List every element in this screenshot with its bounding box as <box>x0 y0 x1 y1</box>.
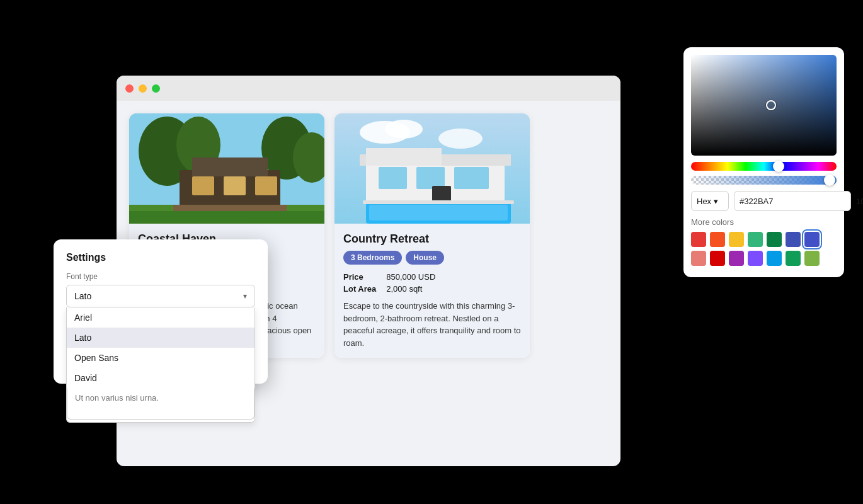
swatch-yellow[interactable] <box>729 232 744 247</box>
card-tags-country: 3 Bedrooms House <box>343 251 521 265</box>
svg-rect-11 <box>129 211 324 224</box>
traffic-light-green[interactable] <box>152 84 160 93</box>
alpha-slider[interactable] <box>691 176 837 185</box>
property-card-country: Country Retreat 3 Bedrooms House Price 8… <box>334 113 530 358</box>
color-picker-panel: Hex ▾ 100% More colors <box>683 47 844 277</box>
browser-titlebar <box>117 76 620 101</box>
settings-panel: Settings Font type Lato ▾ Ariel Lato Ope… <box>54 239 268 384</box>
font-type-label: Font type <box>66 272 255 281</box>
card-details-country: Price 850,000 USD Lot Area 2,000 sqft <box>343 272 521 294</box>
swatch-cyan[interactable] <box>767 251 782 266</box>
swatch-dark-green[interactable] <box>767 232 782 247</box>
svg-rect-7 <box>192 176 214 195</box>
card-image-coastal <box>129 113 324 224</box>
font-select-display[interactable]: Lato ▾ <box>66 285 255 307</box>
svg-rect-26 <box>363 200 514 204</box>
lot-value-country: 2,000 sqft <box>386 284 521 294</box>
color-gradient-bg <box>691 55 837 156</box>
tag-bedrooms-country: 3 Bedrooms <box>343 251 402 265</box>
font-dropdown[interactable]: Ariel Lato Open Sans David <box>66 307 255 423</box>
chevron-down-icon: ▾ <box>243 292 247 301</box>
alpha-thumb <box>824 175 835 186</box>
swatch-violet[interactable] <box>748 251 763 266</box>
hex-format-value: Hex <box>697 197 711 206</box>
svg-rect-8 <box>224 176 246 195</box>
card-image-country <box>334 113 530 224</box>
swatch-blue[interactable] <box>786 232 801 247</box>
swatch-orange[interactable] <box>710 232 725 247</box>
svg-point-15 <box>385 120 423 139</box>
card-description-country: Escape to the countryside with this char… <box>343 300 521 349</box>
chevron-down-icon-hex: ▾ <box>714 197 718 206</box>
svg-rect-19 <box>366 148 442 166</box>
swatch-purple[interactable] <box>729 251 744 266</box>
svg-rect-22 <box>454 167 489 189</box>
color-hex-row: Hex ▾ 100% <box>691 191 837 211</box>
svg-rect-21 <box>416 167 445 189</box>
font-option-opensans[interactable]: Open Sans <box>67 348 254 368</box>
swatch-teal[interactable] <box>786 251 801 266</box>
alpha-slider-inner <box>691 176 837 185</box>
svg-rect-25 <box>369 205 508 220</box>
swatch-green[interactable] <box>748 232 763 247</box>
alpha-percent-value: 100% <box>856 197 863 206</box>
svg-rect-6 <box>192 158 268 176</box>
card-title-country: Country Retreat <box>343 232 521 246</box>
svg-rect-9 <box>255 176 277 195</box>
more-colors-label: More colors <box>691 217 837 227</box>
traffic-light-yellow[interactable] <box>139 84 147 93</box>
font-select-wrapper: Lato ▾ Ariel Lato Open Sans David <box>66 285 255 307</box>
font-preview-textarea[interactable] <box>67 388 254 420</box>
traffic-light-red[interactable] <box>125 84 134 93</box>
swatch-lime[interactable] <box>804 251 820 266</box>
color-gradient-canvas[interactable] <box>691 55 837 156</box>
color-swatches-row1 <box>691 232 837 247</box>
font-option-david[interactable]: David <box>67 368 254 388</box>
hue-slider[interactable] <box>691 162 837 171</box>
swatch-red[interactable] <box>691 232 706 247</box>
card-body-country: Country Retreat 3 Bedrooms House Price 8… <box>334 224 530 358</box>
price-label-country: Price <box>343 272 376 282</box>
svg-rect-12 <box>173 205 287 211</box>
hex-format-select[interactable]: Hex ▾ <box>691 191 729 211</box>
swatch-indigo[interactable] <box>804 232 820 247</box>
font-option-ariel[interactable]: Ariel <box>67 307 254 328</box>
svg-point-16 <box>438 129 483 149</box>
hex-value-input[interactable] <box>734 191 851 211</box>
settings-title: Settings <box>66 252 255 263</box>
swatch-salmon[interactable] <box>691 251 706 266</box>
hue-thumb <box>773 161 784 172</box>
price-value-country: 850,000 USD <box>386 272 521 282</box>
color-swatches-row2 <box>691 251 837 266</box>
lot-label-country: Lot Area <box>343 284 376 294</box>
font-selected-value: Lato <box>74 291 91 301</box>
font-option-lato[interactable]: Lato <box>67 328 254 348</box>
swatch-crimson[interactable] <box>710 251 725 266</box>
tag-house: House <box>406 251 444 265</box>
svg-rect-20 <box>379 167 407 189</box>
color-gradient-cursor <box>766 100 776 110</box>
